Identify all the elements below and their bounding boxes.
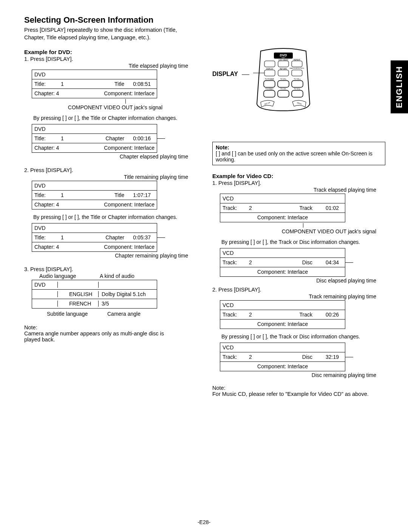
dvd-bypress-1: By pressing [ ] or [ ], the Title or Cha… [33, 115, 197, 121]
svg-rect-18 [292, 81, 303, 87]
cap-chapter-elapsed: Chapter elapsed playing time [24, 154, 188, 160]
vcd-bypress-2: By pressing [ ] or [ ], the Track or Dis… [221, 333, 385, 340]
osd-mid: Chapter [76, 135, 124, 141]
osd-time: 1:07:17 [124, 192, 155, 198]
right-column: DISPLAY DVD VIDEO LAST MEMO [212, 47, 385, 397]
dvd-column: Example for DVD: 1. Press [DISPLAY]. Tit… [24, 47, 197, 397]
svg-rect-10 [278, 70, 289, 76]
osd-component: Component: Interlace [72, 145, 155, 151]
osd-subtitle-language: FRENCH [58, 301, 98, 307]
osd-mid: Track [264, 205, 312, 211]
component-signal-label: COMPONENT VIDEO OUT jack's signal [24, 104, 197, 110]
svg-rect-24 [292, 90, 303, 97]
svg-rect-14 [264, 81, 275, 87]
osd-chapter: Chapter: 4 [34, 202, 72, 208]
osd-disc-type: DVD [34, 282, 58, 288]
dvd-note-body: Camera angle number appears only as mult… [24, 330, 175, 343]
svg-text:REPEAT: REPEAT [294, 59, 300, 61]
osd-track-label: Track: [223, 312, 249, 318]
osd-title-label: Title: [34, 234, 61, 240]
vcd-osd-4: VCD Track: 2 Disc 32:19 Component: Inter… [220, 343, 345, 371]
dvd-step-1: 1. Press [DISPLAY]. [24, 56, 197, 62]
svg-text:TV CH-: TV CH- [280, 88, 286, 90]
osd-audio-language: ENGLISH [58, 291, 98, 297]
svg-text:TV VOL+: TV VOL+ [294, 78, 301, 80]
dvd-osd-1: DVD Title: 1 Title 0:08:51 Chapter: 4 Co… [32, 70, 157, 98]
dvd-osd-5: DVD ENGLISH Dolby Digital 5.1ch FRENCH 3… [32, 280, 157, 309]
svg-text:RETURN: RETURN [280, 68, 287, 70]
note-body: [ ] and [ ] can be used only on the acti… [216, 150, 382, 163]
osd-track-num: 2 [249, 259, 264, 265]
cap-title-remaining: Title remaining playing time [24, 174, 188, 180]
osd-track-label: Track: [223, 354, 249, 360]
osd-track-num: 2 [249, 312, 264, 318]
cap-disc-elapsed: Disc elapsed playing time [212, 278, 376, 284]
cap-disc-remaining: Disc remaining playing time [212, 372, 376, 378]
svg-text:LAST MEMO: LAST MEMO [278, 59, 289, 61]
cap-subtitle-language: Subtitle language [47, 311, 107, 317]
osd-title-num: 1 [61, 81, 76, 87]
vcd-note-heading: Note: [212, 385, 385, 391]
svg-rect-4 [278, 61, 289, 67]
osd-track-label: Track: [223, 259, 249, 265]
svg-rect-22 [278, 90, 289, 97]
osd-track-num: 2 [249, 205, 264, 211]
vcd-step-2: 2. Press [DISPLAY]. [212, 287, 385, 293]
osd-mid: Chapter [76, 234, 124, 240]
remote-illustration: DISPLAY DVD VIDEO LAST MEMO [212, 47, 385, 112]
osd-title-num: 1 [61, 234, 76, 240]
osd-mid: Track [264, 312, 312, 318]
dvd-osd-4: DVD Title: 1 Chapter 0:05:37 Chapter: 4 … [32, 223, 157, 252]
osd-chapter: Chapter: 4 [34, 244, 72, 250]
dvd-heading: Example for DVD: [24, 49, 197, 55]
svg-text:DISPLAY: DISPLAY [266, 68, 274, 70]
osd-track-num: 2 [249, 354, 264, 360]
osd-component: Component: Interlace [72, 244, 155, 250]
svg-text:TV CH+: TV CH+ [280, 78, 287, 80]
vcd-note-body: For Music CD, please refer to "Example f… [212, 391, 385, 397]
osd-disc-type: DVD [34, 71, 49, 78]
cap-audio-language: Audio language [39, 273, 100, 279]
svg-rect-6 [292, 61, 302, 67]
osd-time: 00:26 [312, 312, 343, 318]
dvd-osd-2: DVD Title: 1 Chapter 0:00:16 Chapter: 4 … [32, 124, 157, 153]
osd-disc-type: DVD [34, 126, 49, 132]
osd-mid: Disc [264, 259, 312, 265]
intro-text: Press [DISPLAY] repeatedly to show the d… [24, 26, 179, 41]
note-box: Note: [ ] and [ ] can be used only on th… [212, 142, 385, 165]
osd-disc-type: DVD [34, 183, 49, 189]
svg-rect-16 [278, 81, 289, 87]
osd-track-label: Track: [223, 205, 249, 211]
component-signal-label: COMPONENT VIDEO OUT jack's signal [212, 228, 385, 234]
cap-audio-kind: A kind of audio [100, 273, 134, 279]
svg-text:DVD: DVD [280, 53, 287, 57]
page-title: Selecting On-Screen Information [24, 15, 385, 25]
osd-component: Component: Interlace [220, 319, 345, 329]
osd-chapter: Chapter: 4 [34, 145, 72, 151]
svg-rect-8 [264, 70, 275, 76]
osd-disc-type: VCD [223, 302, 238, 308]
dvd-step-3: 3. Press [DISPLAY]. [24, 266, 197, 272]
cap-chapter-remaining: Chapter remaining playing time [24, 253, 188, 259]
osd-mid: Title [76, 192, 124, 198]
dvd-osd-3: DVD Title: 1 Title 1:07:17 Chapter: 4 Co… [32, 181, 157, 209]
dvd-step-2: 2. Press [DISPLAY]. [24, 167, 197, 173]
svg-text:VIDEO: VIDEO [281, 57, 285, 59]
cap-camera-angle: Camera angle [107, 311, 141, 317]
osd-camera-angle: 3/5 [98, 301, 155, 307]
osd-component: Component: Interlace [72, 90, 155, 96]
osd-disc-type: VCD [223, 195, 238, 202]
svg-rect-20 [264, 90, 275, 97]
osd-title-label: Title: [34, 192, 61, 198]
dvd-note-heading: Note: [24, 324, 197, 330]
osd-component: Component: Interlace [220, 361, 345, 371]
language-tab: ENGLISH [391, 60, 408, 113]
vcd-heading: Example for Video CD: [212, 173, 385, 179]
osd-disc-type: DVD [34, 225, 49, 231]
osd-time: 0:05:37 [124, 234, 155, 240]
remote-icon: DVD VIDEO LAST MEMO REPEAT [253, 47, 314, 112]
svg-text:TV POWER: TV POWER [265, 78, 274, 80]
osd-disc-type: VCD [223, 344, 238, 351]
osd-time: 0:08:51 [124, 81, 155, 87]
osd-time: 01:02 [312, 205, 343, 211]
